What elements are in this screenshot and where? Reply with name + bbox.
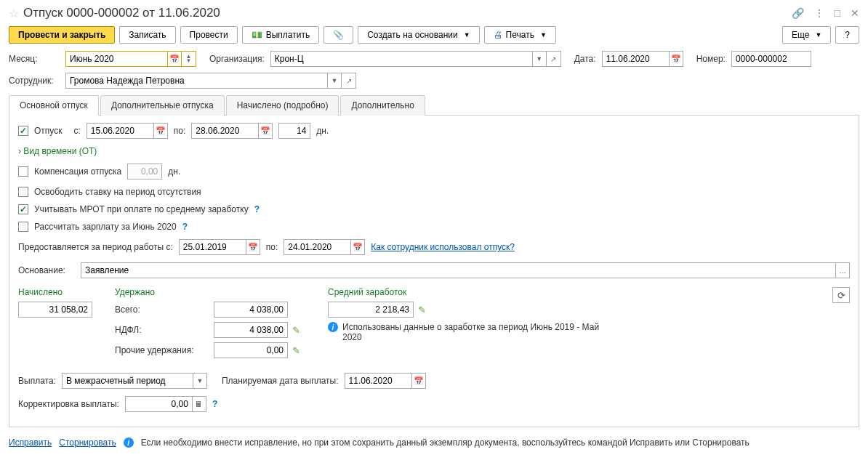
calc-salary-checkbox[interactable] bbox=[18, 222, 28, 232]
info-icon: i bbox=[124, 437, 134, 448]
maximize-icon[interactable]: □ bbox=[835, 7, 840, 19]
payment-select-group[interactable]: ▼ bbox=[62, 373, 207, 389]
ellipsis-icon[interactable]: … bbox=[835, 262, 850, 278]
other-value[interactable] bbox=[214, 342, 288, 358]
correction-label: Корректировка выплаты: bbox=[18, 399, 119, 409]
number-input[interactable] bbox=[731, 51, 811, 67]
period-to-group[interactable]: 📅 bbox=[284, 239, 365, 255]
payment-select[interactable] bbox=[62, 373, 193, 389]
employee-input-group[interactable]: ▼ ↗ bbox=[65, 73, 356, 89]
period-from-group[interactable]: 📅 bbox=[179, 239, 260, 255]
post-button[interactable]: Провести bbox=[180, 26, 238, 44]
calendar-icon[interactable]: 📅 bbox=[153, 123, 168, 139]
help-icon[interactable]: ? bbox=[212, 399, 217, 409]
spinner-icon[interactable]: ▲▼ bbox=[182, 51, 196, 67]
days-input[interactable] bbox=[278, 123, 310, 139]
correction-input-group[interactable]: 🖩 bbox=[125, 396, 206, 412]
number-label: Номер: bbox=[696, 54, 726, 64]
calendar-icon[interactable]: 📅 bbox=[167, 51, 182, 67]
tab-additional-vacation[interactable]: Дополнительные отпуска bbox=[100, 95, 225, 116]
to-date-input[interactable] bbox=[191, 123, 258, 139]
help-icon[interactable]: ? bbox=[182, 222, 188, 232]
printer-icon: 🖨 bbox=[494, 30, 502, 40]
more-button[interactable]: Еще ▼ bbox=[782, 26, 831, 44]
avg-earnings-value[interactable] bbox=[328, 302, 414, 318]
period-to-input[interactable] bbox=[284, 239, 350, 255]
mrot-checkbox[interactable] bbox=[18, 204, 28, 214]
ndfl-label: НДФЛ: bbox=[115, 325, 209, 335]
tab-extra[interactable]: Дополнительно bbox=[340, 95, 425, 116]
compensation-checkbox[interactable] bbox=[18, 166, 28, 177]
calendar-icon[interactable]: 📅 bbox=[669, 51, 683, 67]
days-unit: дн. bbox=[316, 126, 329, 136]
mrot-label: Учитывать МРОТ при оплате по среднему за… bbox=[34, 204, 249, 214]
date-input[interactable] bbox=[602, 51, 669, 67]
calendar-icon[interactable]: 📅 bbox=[258, 123, 273, 139]
help-button[interactable]: ? bbox=[835, 26, 859, 44]
org-input[interactable] bbox=[270, 51, 532, 67]
accrued-value[interactable] bbox=[18, 302, 92, 318]
write-button[interactable]: Записать bbox=[119, 26, 175, 44]
from-date-input[interactable] bbox=[87, 123, 153, 139]
org-label: Организация: bbox=[209, 54, 265, 64]
employee-label: Сотрудник: bbox=[9, 76, 60, 86]
basis-input-group[interactable]: … bbox=[81, 262, 850, 278]
kebab-menu-icon[interactable]: ⋮ bbox=[814, 7, 824, 19]
tab-main-vacation[interactable]: Основной отпуск bbox=[9, 95, 99, 116]
edit-pencil-icon[interactable]: ✎ bbox=[292, 345, 300, 356]
dropdown-icon[interactable]: ▼ bbox=[532, 51, 547, 67]
to-date-group[interactable]: 📅 bbox=[191, 123, 273, 139]
print-button[interactable]: 🖨 Печать ▼ bbox=[484, 26, 556, 44]
link-icon[interactable]: 🔗 bbox=[792, 7, 804, 19]
refresh-button[interactable]: ⟳ bbox=[832, 287, 850, 303]
pay-button[interactable]: 💵 Выплатить bbox=[242, 26, 320, 44]
vacation-usage-link[interactable]: Как сотрудник использовал отпуск? bbox=[371, 242, 515, 252]
ndfl-value[interactable] bbox=[214, 322, 288, 338]
correction-input[interactable] bbox=[125, 396, 192, 412]
period-label: Предоставляется за период работы с: bbox=[18, 242, 173, 252]
dropdown-icon[interactable]: ▼ bbox=[327, 73, 342, 89]
open-icon[interactable]: ↗ bbox=[547, 51, 561, 67]
attach-button[interactable]: 📎 bbox=[324, 26, 353, 44]
release-rate-checkbox[interactable] bbox=[18, 187, 28, 197]
favorite-star-icon[interactable]: ☆ bbox=[9, 7, 19, 20]
month-input-group[interactable]: 📅 ▲▼ bbox=[65, 51, 196, 67]
date-input-group[interactable]: 📅 bbox=[602, 51, 683, 67]
accrued-header: Начислено bbox=[18, 287, 102, 297]
create-based-button[interactable]: Создать на основании ▼ bbox=[358, 26, 479, 44]
compensation-unit: дн. bbox=[168, 166, 180, 177]
planned-date-group[interactable]: 📅 bbox=[345, 373, 426, 389]
basis-input[interactable] bbox=[81, 262, 835, 278]
release-rate-label: Освободить ставку на период отсутствия bbox=[34, 187, 201, 197]
employee-input[interactable] bbox=[65, 73, 327, 89]
help-icon[interactable]: ? bbox=[254, 204, 260, 214]
from-date-group[interactable]: 📅 bbox=[87, 123, 168, 139]
time-type-toggle[interactable]: › Вид времени (ОТ) bbox=[18, 146, 97, 156]
edit-pencil-icon[interactable]: ✎ bbox=[418, 304, 426, 315]
close-icon[interactable]: ✕ bbox=[851, 7, 859, 19]
calendar-icon[interactable]: 📅 bbox=[350, 239, 365, 255]
window-title: Отпуск 0000-000002 от 11.06.2020 bbox=[23, 6, 792, 20]
planned-date-input[interactable] bbox=[345, 373, 411, 389]
compensation-input[interactable] bbox=[127, 164, 162, 179]
org-input-group[interactable]: ▼ ↗ bbox=[270, 51, 561, 67]
dropdown-icon[interactable]: ▼ bbox=[193, 373, 207, 389]
total-value[interactable] bbox=[214, 302, 288, 318]
tab-accrued-detail[interactable]: Начислено (подробно) bbox=[226, 95, 339, 116]
total-label: Всего: bbox=[115, 304, 209, 315]
correct-link[interactable]: Исправить bbox=[9, 437, 52, 448]
vacation-checkbox[interactable] bbox=[18, 126, 28, 136]
period-from-input[interactable] bbox=[179, 239, 246, 255]
open-icon[interactable]: ↗ bbox=[342, 73, 356, 89]
withheld-header: Удержано bbox=[115, 287, 300, 297]
calendar-icon[interactable]: 📅 bbox=[411, 373, 426, 389]
reverse-link[interactable]: Сторнировать bbox=[59, 437, 116, 448]
calculator-icon[interactable]: 🖩 bbox=[192, 396, 206, 412]
post-and-close-button[interactable]: Провести и закрыть bbox=[9, 26, 115, 44]
month-input[interactable] bbox=[65, 51, 167, 67]
payment-label: Выплата: bbox=[18, 376, 56, 386]
other-label: Прочие удержания: bbox=[115, 345, 209, 355]
edit-pencil-icon[interactable]: ✎ bbox=[292, 325, 300, 336]
chevron-down-icon: ▼ bbox=[464, 31, 470, 39]
calendar-icon[interactable]: 📅 bbox=[246, 239, 260, 255]
